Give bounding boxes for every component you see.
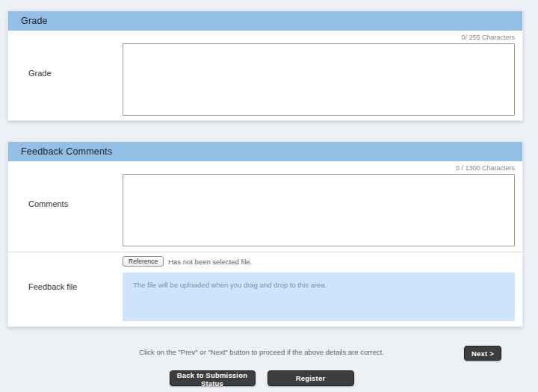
comments-row: Comments 0 / 1300 Characters bbox=[8, 161, 522, 252]
grade-section: Grade Grade 0/ 255 Characters bbox=[7, 10, 523, 121]
drop-area-text: The file will be uploaded when you drag … bbox=[133, 281, 327, 289]
grade-row: Grade 0/ 255 Characters bbox=[8, 31, 522, 120]
feedback-section-header: Feedback Comments bbox=[8, 142, 522, 161]
grade-char-counter: 0/ 255 Characters bbox=[123, 34, 515, 42]
footer: Click on the "Prev" or "Next" button to … bbox=[0, 348, 523, 386]
comments-field-area: 0 / 1300 Characters bbox=[123, 161, 522, 246]
comments-label: Comments bbox=[8, 161, 123, 246]
file-drop-area[interactable]: The file will be uploaded when you drag … bbox=[123, 273, 515, 321]
next-button[interactable]: Next > bbox=[464, 346, 501, 361]
feedback-file-label: Feedback file bbox=[8, 252, 123, 321]
feedback-comments-section: Feedback Comments Comments 0 / 1300 Char… bbox=[7, 141, 523, 327]
grade-field-area: 0/ 255 Characters bbox=[123, 31, 522, 116]
register-button[interactable]: Register bbox=[268, 370, 354, 386]
feedback-file-row: Feedback file Reference Has not been sel… bbox=[8, 252, 522, 326]
footer-button-row: Back to Submission Status Register bbox=[0, 370, 523, 386]
grade-section-header: Grade bbox=[8, 11, 522, 31]
grade-textarea[interactable] bbox=[123, 43, 515, 116]
file-select-line: Reference Has not been selected file. bbox=[123, 256, 515, 267]
comments-char-counter: 0 / 1300 Characters bbox=[123, 164, 515, 172]
feedback-file-area: Reference Has not been selected file. Th… bbox=[123, 252, 522, 321]
no-file-selected-text: Has not been selected file. bbox=[168, 258, 252, 266]
reference-button[interactable]: Reference bbox=[123, 256, 164, 267]
instruction-text: Click on the "Prev" or "Next" button to … bbox=[15, 348, 508, 357]
comments-textarea[interactable] bbox=[123, 174, 515, 246]
back-to-submission-status-button[interactable]: Back to Submission Status bbox=[170, 370, 256, 386]
grade-label: Grade bbox=[8, 31, 123, 116]
